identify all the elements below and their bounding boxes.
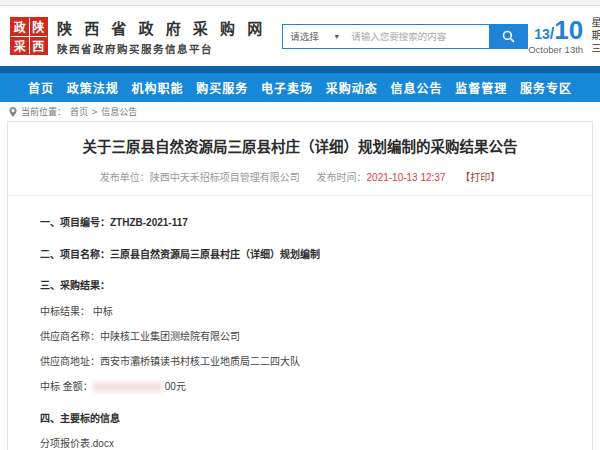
supplier-address-line: 供应商地址：西安市灞桥镇读书村核工业地质局二二四大队 — [40, 353, 564, 368]
bid-amount-line: 中标 金额：00元 — [40, 378, 564, 393]
article-meta: 发布单位：陕西中天禾招标项目管理有限公司 发布时间：2021-10-13 12:… — [8, 169, 592, 196]
breadcrumb-separator: > — [92, 107, 97, 117]
logo-char: 政 — [11, 18, 29, 36]
publisher-value: 陕西中天禾招标项目管理有限公司 — [150, 172, 300, 183]
section-procurement-result: 三、采购结果： — [40, 277, 564, 292]
nav-item-home[interactable]: 首页 — [28, 79, 54, 96]
nav-item-functions[interactable]: 机构职能 — [131, 79, 183, 96]
date-numeric: 13/10 — [528, 17, 583, 43]
print-button[interactable]: 【打印】 — [460, 172, 500, 183]
bid-amount-label: 中标 金额： — [40, 381, 93, 392]
page-title: 关于三原县自然资源局三原县村庄（详细）规划编制的采购结果公告 — [8, 135, 592, 156]
article-body: 一、项目编号：ZTHZB-2021-117 二、项目名称：三原县自然资源局三原县… — [8, 196, 592, 450]
nav-item-policies[interactable]: 政策法规 — [67, 79, 119, 96]
search-input[interactable] — [345, 25, 489, 48]
location-pin-icon — [9, 107, 17, 117]
site-titles: 陕 西 省 政 府 采 购 网 陕西省政府购买服务信息平台 — [57, 17, 266, 56]
publish-time-label: 发布时间： — [317, 172, 367, 183]
nav-item-procurement-news[interactable]: 采购动态 — [326, 79, 378, 96]
publisher-label: 发布单位： — [100, 172, 150, 183]
announcement-panel: 关于三原县自然资源局三原县村庄（详细）规划编制的采购结果公告 发布单位：陕西中天… — [7, 121, 593, 450]
bid-result-line: 中标结果： 中标 — [40, 303, 564, 318]
supplier-name-line: 供应商名称：中陕核工业集团测绘院有限公司 — [40, 328, 564, 343]
main-nav: 首页 政策法规 机构职能 购买服务 电子卖场 采购动态 信息公告 监督管理 服务… — [0, 73, 600, 102]
search-select-label: 请选择 — [290, 29, 319, 43]
nav-item-announcements[interactable]: 信息公告 — [390, 79, 442, 96]
chevron-down-icon: ▼ — [333, 33, 340, 40]
site-name: 陕 西 省 政 府 采 购 网 — [57, 17, 266, 38]
search-bar: 请选择 ▼ — [282, 24, 528, 49]
site-header: 政 陕 采 西 陕 西 省 政 府 采 购 网 陕西省政府购买服务信息平台 请选… — [0, 6, 600, 66]
nav-top-stripe — [0, 66, 600, 73]
logo-char: 陕 — [30, 18, 48, 36]
site-logo: 政 陕 采 西 — [10, 17, 48, 55]
nav-item-purchase-services[interactable]: 购买服务 — [196, 79, 248, 96]
section-project-name: 二、项目名称：三原县自然资源局三原县村庄（详细）规划编制 — [40, 246, 564, 261]
nav-item-service-zone[interactable]: 服务专区 — [520, 79, 572, 96]
search-icon — [502, 30, 515, 43]
breadcrumb-current: 信息公告 — [101, 105, 137, 118]
publish-time-value: 2021-10-13 12:37 — [367, 172, 446, 183]
logo-char: 西 — [30, 37, 48, 55]
breadcrumb: 当前位置： 首页 > 信息公告 — [0, 102, 600, 121]
section-project-number: 一、项目编号：ZTHZB-2021-117 — [40, 214, 564, 229]
site-subtitle: 陕西省政府购买服务信息平台 — [57, 41, 266, 56]
attachment-link[interactable]: 分项报价表.docx — [40, 435, 564, 450]
nav-item-e-marketplace[interactable]: 电子卖场 — [261, 79, 313, 96]
logo-char: 采 — [11, 37, 29, 55]
bid-amount-suffix: 00元 — [165, 381, 186, 392]
search-category-select[interactable]: 请选择 ▼ — [283, 25, 345, 48]
breadcrumb-home-link[interactable]: 首页 — [70, 105, 88, 118]
search-button[interactable] — [489, 25, 527, 48]
date-english: October 13th — [528, 44, 583, 55]
nav-item-supervision[interactable]: 监督管理 — [455, 79, 507, 96]
redacted-amount — [93, 382, 163, 392]
date-widget: 13/10 October 13th 星期三 — [528, 17, 600, 56]
section-main-subject-info: 四、主要标的信息 — [40, 410, 564, 425]
weekday-label: 星期三 — [590, 17, 600, 56]
breadcrumb-label: 当前位置： — [21, 105, 66, 118]
